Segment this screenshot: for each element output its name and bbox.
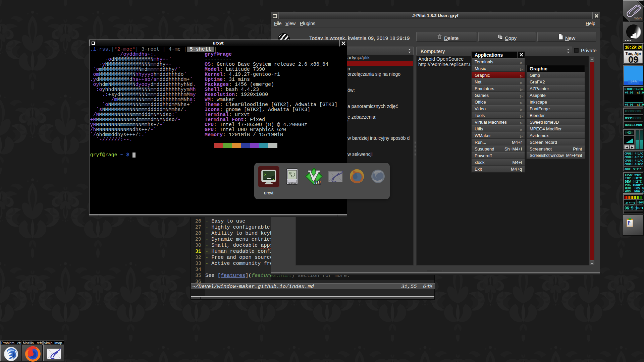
svg-text:>: > xyxy=(264,173,266,177)
svg-text:im: im xyxy=(314,178,321,185)
